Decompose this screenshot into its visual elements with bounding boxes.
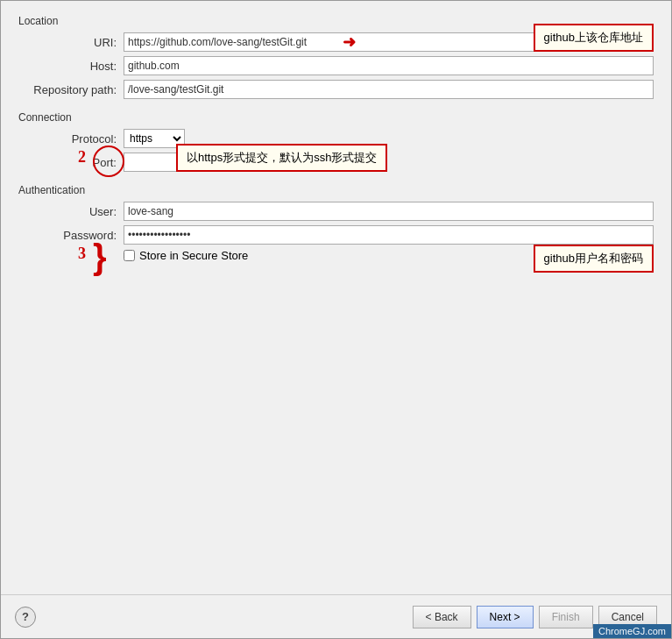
password-row: Password: — [18, 225, 654, 245]
dialog-body: Location URI: Local File... Host: Reposi… — [1, 1, 671, 594]
finish-button[interactable]: Finish — [539, 606, 593, 628]
host-row: Host: — [18, 56, 654, 75]
brace-symbol: } — [93, 239, 107, 274]
protocol-label: Protocol: — [18, 132, 124, 146]
user-row: User: — [18, 202, 654, 221]
footer-left: ? — [15, 607, 36, 628]
store-secure-label: Store in Secure Store — [139, 249, 248, 262]
password-input[interactable] — [124, 225, 654, 245]
circle-protocol — [93, 146, 124, 177]
back-button[interactable]: < Back — [413, 606, 471, 628]
host-input[interactable] — [124, 56, 654, 75]
user-input[interactable] — [124, 202, 654, 221]
annotation-box-2: 以https形式提交，默认为ssh形式提交 — [176, 144, 387, 172]
empty-space — [18, 262, 654, 437]
auth-section-label: Authentication — [18, 184, 654, 196]
user-label: User: — [18, 205, 124, 218]
host-label: Host: — [18, 60, 124, 73]
store-secure-checkbox[interactable] — [124, 250, 135, 261]
annotation-box-1: github上该仓库地址 — [534, 24, 654, 52]
repo-path-label: Repository path: — [18, 83, 124, 96]
next-button[interactable]: Next > — [477, 606, 534, 628]
dialog-footer: ? < Back Next > Finish Cancel — [1, 594, 671, 638]
password-label: Password: — [18, 229, 124, 242]
connection-section-label: Connection — [18, 111, 654, 124]
help-button[interactable]: ? — [15, 607, 36, 628]
repo-path-input[interactable] — [124, 80, 654, 99]
dialog: Location URI: Local File... Host: Reposi… — [0, 0, 672, 639]
uri-label: URI: — [18, 36, 124, 49]
annotation-box-3: github用户名和密码 — [534, 245, 654, 273]
arrow-uri: ➜ — [343, 32, 356, 52]
repo-path-row: Repository path: — [18, 80, 654, 99]
number-2-label: 2 — [78, 148, 86, 167]
watermark: ChromeGJ.com — [593, 624, 671, 638]
number-3-label: 3 — [78, 245, 86, 263]
